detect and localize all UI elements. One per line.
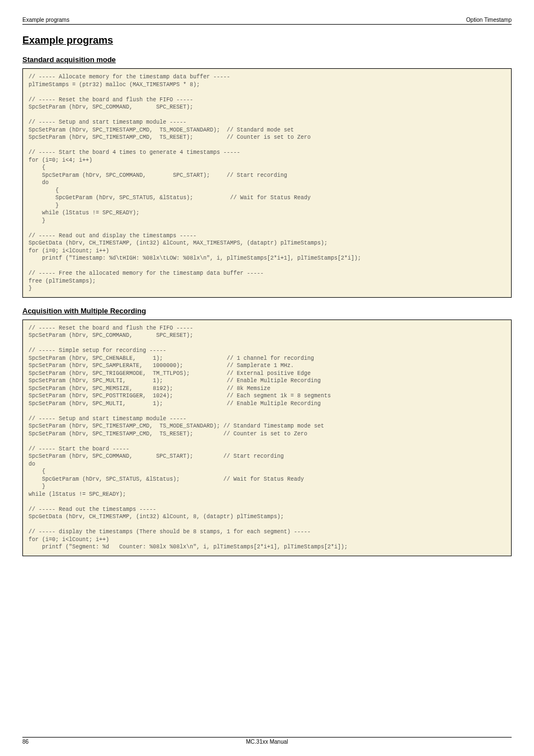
page-title: Example programs (22, 35, 512, 46)
page-footer: 86 MC.31xx Manual (22, 737, 512, 745)
section1-heading: Standard acquisition mode (22, 55, 512, 64)
footer-page: 86 (22, 739, 29, 745)
footer-center: MC.31xx Manual (22, 739, 512, 745)
section2-heading: Acquisition with Multiple Recording (22, 307, 512, 315)
page-header: Example programs Option Timestamp (22, 17, 512, 25)
section1-code: // ----- Allocate memory for the timesta… (22, 68, 512, 298)
section2-code: // ----- Reset the board and flush the F… (22, 320, 512, 556)
header-right: Option Timestamp (466, 17, 512, 23)
header-left: Example programs (22, 17, 69, 23)
